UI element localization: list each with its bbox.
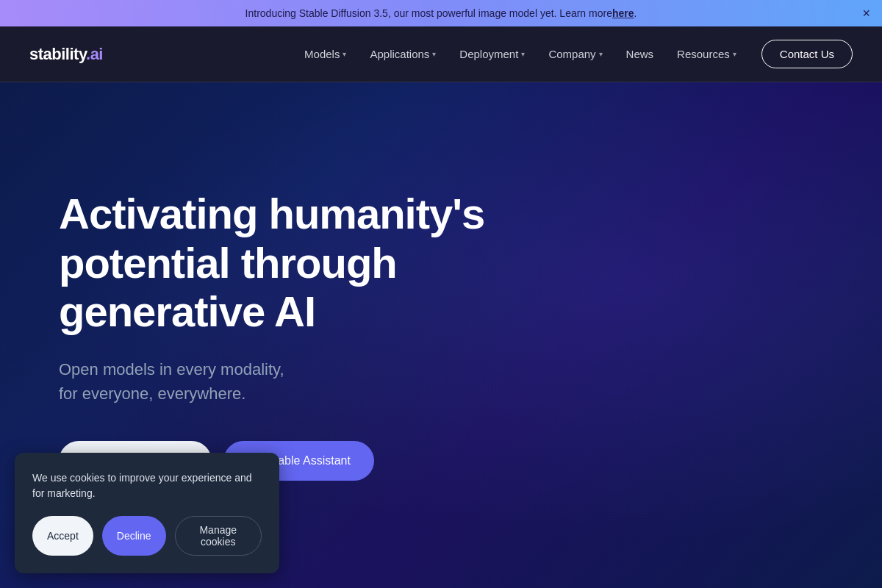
nav-item-news[interactable]: News [616,42,664,66]
banner-close-button[interactable]: × [862,7,870,20]
nav-item-company[interactable]: Company ▾ [538,42,612,66]
cookie-buttons: Accept Decline Manage cookies [32,516,262,556]
nav-company-label: Company [548,48,595,60]
nav-models-label: Models [304,48,340,60]
cookie-accept-button[interactable]: Accept [32,516,93,556]
banner-text-period: . [634,7,637,19]
logo-dot: .ai [86,45,103,63]
hero-subtitle: Open models in every modality,for everyo… [59,357,559,406]
cookie-manage-button[interactable]: Manage cookies [175,516,262,556]
logo[interactable]: stability.ai [29,45,103,64]
nav-item-models[interactable]: Models ▾ [294,42,356,66]
chevron-down-icon: ▾ [733,50,736,58]
logo-text: stability.ai [29,45,103,64]
nav-resources-label: Resources [677,48,730,60]
banner-link[interactable]: here [612,7,634,19]
chevron-down-icon: ▾ [599,50,603,58]
nav-applications-label: Applications [370,48,429,60]
cookie-text: We use cookies to improve your experienc… [32,470,262,501]
navbar: stability.ai Models ▾ Applications ▾ Dep… [0,26,882,82]
contact-button[interactable]: Contact Us [761,40,853,68]
nav-item-applications[interactable]: Applications ▾ [359,42,446,66]
chevron-down-icon: ▾ [521,50,525,58]
nav-deployment-label: Deployment [459,48,518,60]
cookie-decline-button[interactable]: Decline [102,516,166,556]
nav-news-label: News [626,48,654,60]
cookie-banner: We use cookies to improve your experienc… [15,453,279,573]
hero-title: Activating humanity's potential through … [59,190,559,337]
navbar-nav: Models ▾ Applications ▾ Deployment ▾ Com… [294,40,853,68]
banner-text: Introducing Stable Diffusion 3.5, our mo… [245,7,612,19]
announcement-banner: Introducing Stable Diffusion 3.5, our mo… [0,0,882,26]
chevron-down-icon: ▾ [343,50,346,58]
nav-item-resources[interactable]: Resources ▾ [667,42,747,66]
nav-item-deployment[interactable]: Deployment ▾ [449,42,535,66]
chevron-down-icon: ▾ [432,50,436,58]
hero-content: Activating humanity's potential through … [59,190,559,481]
